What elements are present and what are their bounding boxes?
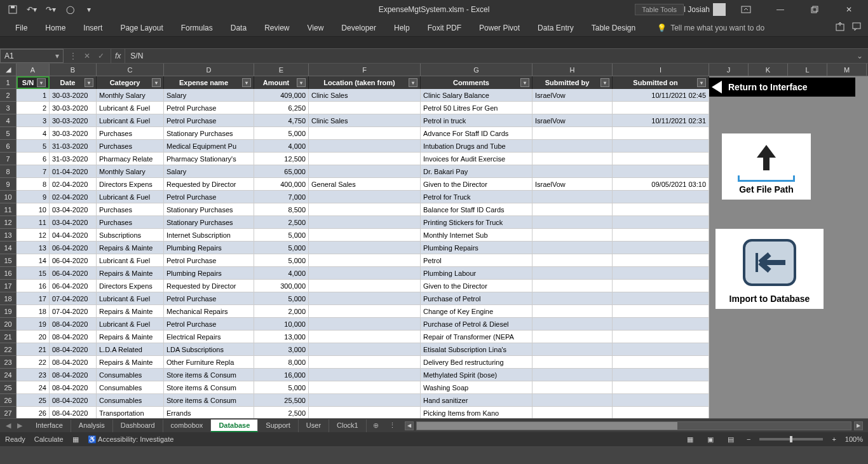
row-header[interactable]: 23 [0, 356, 17, 369]
cell[interactable] [613, 153, 709, 165]
cell[interactable]: Plumbing Repairs [421, 242, 532, 254]
cell[interactable] [613, 407, 709, 418]
cell[interactable]: 8 [17, 178, 50, 191]
filter-dropdown-icon[interactable]: ▾ [37, 78, 46, 87]
cell[interactable] [309, 102, 421, 114]
cell[interactable] [532, 343, 613, 356]
ribbon-tab-data-entry[interactable]: Data Entry [529, 20, 583, 36]
cell[interactable] [532, 153, 613, 165]
cell[interactable]: 24 [17, 381, 50, 394]
ribbon-tab-data[interactable]: Data [222, 20, 255, 36]
share-icon[interactable] [835, 22, 845, 34]
cell[interactable]: 02-04-2020 [50, 191, 97, 203]
cell[interactable]: Directors Expens [97, 178, 164, 191]
cell[interactable]: 22 [17, 356, 50, 369]
cell[interactable]: Monthly Salary [97, 165, 164, 178]
cell[interactable]: 5,000 [254, 381, 309, 394]
cell[interactable]: 17 [17, 292, 50, 305]
expand-namebox-icon[interactable]: ⋮ [67, 51, 79, 60]
cell[interactable]: Pharmacy Stationary's [164, 153, 254, 165]
cell[interactable]: 26 [17, 407, 50, 418]
sheet-tab-combobox[interactable]: combobox [163, 420, 212, 432]
cell[interactable]: 13,000 [254, 331, 309, 343]
row-header[interactable]: 17 [0, 280, 17, 292]
cell[interactable]: Pharmacy Relate [97, 153, 164, 165]
col-header-F[interactable]: F [309, 64, 421, 76]
cell[interactable] [613, 318, 709, 331]
cell[interactable]: 23 [17, 369, 50, 381]
get-file-path-button[interactable]: Get File Path [722, 133, 811, 200]
cell[interactable]: Petrol Purchase [164, 114, 254, 127]
cell[interactable]: 5,000 [254, 242, 309, 254]
save-icon[interactable] [5, 2, 20, 17]
cell[interactable]: 25 [17, 394, 50, 407]
col-header-B[interactable]: B [50, 64, 97, 76]
cell[interactable]: IsraelVow [532, 178, 613, 191]
cell[interactable]: Advance For Staff ID Cards [421, 127, 532, 140]
cell[interactable] [532, 331, 613, 343]
cell[interactable] [532, 216, 613, 229]
row-header[interactable]: 10 [0, 191, 17, 203]
cell[interactable]: Store items & Consum [164, 381, 254, 394]
cell[interactable]: Repairs & Mainte [97, 331, 164, 343]
cell[interactable] [309, 356, 421, 369]
cell[interactable]: 31-03-2020 [50, 153, 97, 165]
import-to-database-button[interactable]: Import to Database [715, 229, 824, 309]
cell[interactable]: Consumables [97, 369, 164, 381]
cell[interactable]: Intubation Drugs and Tube [421, 140, 532, 153]
th-submittedon[interactable]: Submitted on▾ [613, 76, 709, 89]
row-header[interactable]: 12 [0, 216, 17, 229]
cell[interactable] [613, 216, 709, 229]
cell[interactable]: Transportation [97, 407, 164, 418]
ribbon-tab-review[interactable]: Review [255, 20, 298, 36]
cell[interactable] [309, 254, 421, 267]
row-header[interactable]: 20 [0, 318, 17, 331]
add-sheet-button[interactable]: ⊕ [367, 420, 385, 432]
cell[interactable]: 08-04-2020 [50, 394, 97, 407]
cell[interactable]: Stationary Purchases [164, 203, 254, 216]
cell[interactable]: Petrol for Truck [421, 191, 532, 203]
cell[interactable]: 06-04-2020 [50, 242, 97, 254]
cell[interactable]: Given to the Director [421, 178, 532, 191]
cell[interactable]: IsraelVow [532, 114, 613, 127]
row-header[interactable]: 11 [0, 203, 17, 216]
select-all-corner[interactable]: ◢ [0, 64, 17, 76]
cell[interactable]: 4,000 [254, 267, 309, 280]
cell[interactable] [613, 267, 709, 280]
cell[interactable]: 30-03-2020 [50, 89, 97, 102]
col-header-H[interactable]: H [532, 64, 613, 76]
th-comments[interactable]: Comments▾ [421, 76, 532, 89]
horizontal-scrollbar[interactable] [416, 421, 851, 430]
cell[interactable] [613, 394, 709, 407]
zoom-level[interactable]: 100% [845, 435, 863, 443]
cell[interactable]: Monthly Internet Sub [421, 229, 532, 242]
cell[interactable]: 8,000 [254, 356, 309, 369]
return-to-interface-button[interactable]: Return to Interface [709, 78, 855, 97]
cell[interactable]: 08-04-2020 [50, 331, 97, 343]
cell[interactable]: Change of Key Engine [421, 305, 532, 318]
cell[interactable]: Delivery Bed restructuring [421, 356, 532, 369]
cell[interactable]: 7 [17, 165, 50, 178]
cell[interactable] [613, 305, 709, 318]
cell[interactable]: Repairs & Mainte [97, 356, 164, 369]
cell[interactable]: 10,000 [254, 318, 309, 331]
cell[interactable]: Clinic Salary Balance [421, 89, 532, 102]
row-header[interactable]: 3 [0, 102, 17, 114]
sheet-tab-interface[interactable]: Interface [28, 420, 71, 432]
cell[interactable]: 09/05/2021 03:10 [613, 178, 709, 191]
cell[interactable]: 30-03-2020 [50, 102, 97, 114]
row-header[interactable]: 5 [0, 127, 17, 140]
sheet-nav-prev-icon[interactable]: ◀ [4, 421, 13, 430]
cell[interactable] [309, 216, 421, 229]
cell[interactable]: 31-03-2020 [50, 140, 97, 153]
cell[interactable]: 6,250 [254, 102, 309, 114]
ribbon-tab-help[interactable]: Help [385, 20, 419, 36]
cell[interactable]: 4,750 [254, 114, 309, 127]
cell[interactable] [309, 292, 421, 305]
ribbon-tab-formulas[interactable]: Formulas [172, 20, 222, 36]
cell[interactable]: 65,000 [254, 165, 309, 178]
row-header[interactable]: 13 [0, 229, 17, 242]
cancel-formula-icon[interactable]: ✕ [81, 51, 93, 60]
cell[interactable]: 3 [17, 114, 50, 127]
cell[interactable]: Lubricant & Fuel [97, 318, 164, 331]
